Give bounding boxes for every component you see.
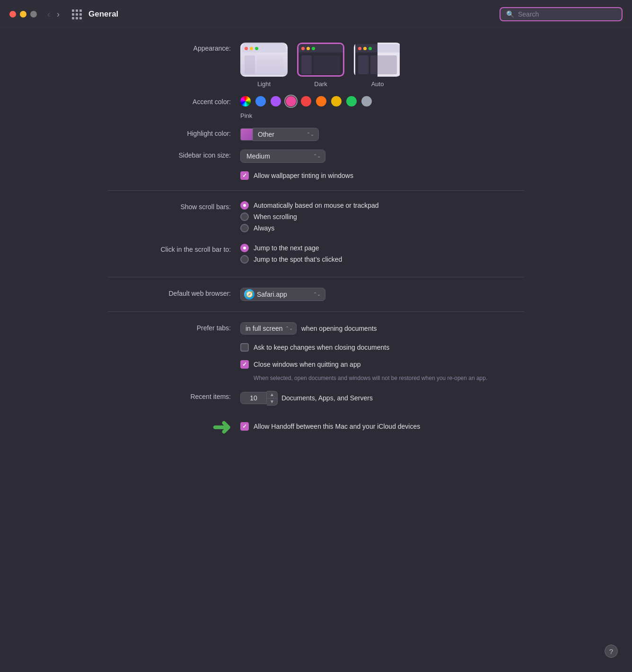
back-button[interactable]: ‹ (45, 9, 52, 20)
click-scroll-bar-row: Click in the scroll bar to: Jump to the … (108, 244, 524, 266)
appearance-light[interactable]: Light (240, 43, 288, 88)
accent-orange[interactable] (316, 96, 326, 106)
wallpaper-tinting-text: Allow wallpaper tinting in windows (254, 172, 353, 179)
ask-keep-changes-row: Ask to keep changes when closing documen… (108, 343, 524, 352)
wallpaper-tinting-row: Allow wallpaper tinting in windows (108, 171, 524, 180)
sidebar-icon-size-wrapper: Small Medium Large (240, 150, 325, 163)
ask-keep-changes-text: Ask to keep changes when closing documen… (254, 344, 389, 351)
search-box[interactable]: 🔍 (500, 7, 623, 21)
accent-pink[interactable] (286, 96, 296, 106)
grid-icon[interactable] (72, 9, 82, 19)
click-next-page-row[interactable]: Jump to the next page (240, 244, 342, 252)
titlebar: ‹ › General 🔍 (0, 0, 632, 28)
highlight-color-wrapper: Other (240, 128, 319, 141)
prefer-tabs-control: in full screen always never when opening… (240, 322, 377, 335)
scroll-scrolling-row[interactable]: When scrolling (240, 212, 379, 221)
click-scroll-bar-group: Jump to the next page Jump to the spot t… (240, 244, 342, 266)
scroll-auto-row[interactable]: Automatically based on mouse or trackpad (240, 201, 379, 210)
appearance-dark-label: Dark (314, 80, 327, 88)
appearance-dark[interactable]: Dark (297, 43, 344, 88)
scroll-always-row[interactable]: Always (240, 224, 379, 232)
close-windows-checkbox[interactable] (240, 360, 249, 369)
scroll-scrolling-label: When scrolling (254, 213, 297, 221)
accent-red[interactable] (301, 96, 311, 106)
scroll-always-label: Always (254, 224, 274, 232)
ask-keep-changes-checkbox[interactable] (240, 343, 249, 352)
minimize-button[interactable] (20, 11, 26, 18)
nav-arrows: ‹ › (45, 9, 61, 20)
recent-items-input[interactable] (240, 392, 267, 404)
appearance-dark-thumb (297, 43, 344, 77)
click-scroll-bar-label: Click in the scroll bar to: (108, 244, 240, 253)
prefer-tabs-select[interactable]: in full screen always never (240, 322, 297, 335)
highlight-color-label: Highlight color: (108, 128, 240, 137)
allow-handoff-checkbox[interactable] (240, 422, 249, 431)
ask-keep-changes-checkbox-row[interactable]: Ask to keep changes when closing documen… (240, 343, 389, 352)
highlight-color-swatch (240, 128, 253, 141)
appearance-options: Light Dark (240, 43, 401, 88)
accent-color-label: Accent color: (108, 96, 240, 106)
green-arrow-icon: ➜ (212, 416, 231, 439)
show-scroll-bars-label: Show scroll bars: (108, 201, 240, 211)
close-windows-row: Close windows when quitting an app When … (108, 360, 524, 382)
allow-handoff-checkbox-row[interactable]: Allow Handoff between this Mac and your … (240, 422, 420, 431)
recent-items-decrement[interactable]: ▼ (267, 398, 277, 405)
traffic-lights (9, 11, 37, 18)
recent-items-label: Recent items: (108, 391, 240, 400)
close-button[interactable] (9, 11, 16, 18)
scroll-always-radio[interactable] (240, 224, 249, 232)
highlight-color-select[interactable]: Other (253, 128, 319, 141)
accent-rainbow[interactable] (240, 96, 251, 106)
recent-items-suffix: Documents, Apps, and Servers (281, 394, 373, 402)
appearance-auto-label: Auto (371, 80, 384, 88)
accent-gray[interactable] (361, 96, 372, 106)
click-spot-row[interactable]: Jump to the spot that’s clicked (240, 255, 342, 264)
close-windows-checkbox-row[interactable]: Close windows when quitting an app (240, 360, 360, 369)
scroll-auto-radio[interactable] (240, 201, 249, 210)
prefer-tabs-wrapper: in full screen always never (240, 322, 297, 335)
default-browser-row: Default web browser: Safari.app 🧭 (108, 288, 524, 301)
wallpaper-tinting-checkbox-row[interactable]: Allow wallpaper tinting in windows (240, 171, 353, 180)
search-icon: 🔍 (506, 10, 514, 18)
sidebar-icon-size-row: Sidebar icon size: Small Medium Large (108, 150, 524, 163)
safari-icon: 🧭 (244, 289, 255, 300)
default-browser-wrapper: Safari.app 🧭 (240, 288, 325, 301)
search-input[interactable] (518, 10, 616, 18)
accent-green[interactable] (346, 96, 357, 106)
settings-content: Appearance: (79, 28, 553, 466)
accent-colors (240, 96, 372, 106)
default-browser-label: Default web browser: (108, 288, 240, 297)
divider-1 (108, 190, 524, 191)
appearance-light-label: Light (257, 80, 271, 88)
sidebar-icon-size-select[interactable]: Small Medium Large (240, 150, 325, 163)
appearance-auto-thumb (354, 43, 401, 77)
close-windows-text: Close windows when quitting an app (254, 361, 360, 368)
accent-blue[interactable] (255, 96, 266, 106)
show-scroll-bars-row: Show scroll bars: Automatically based on… (108, 201, 524, 235)
close-windows-subtext: When selected, open documents and window… (254, 374, 487, 382)
prefer-tabs-row: Prefer tabs: in full screen always never… (108, 322, 524, 335)
accent-yellow[interactable] (331, 96, 342, 106)
window-title: General (88, 9, 493, 19)
scroll-scrolling-radio[interactable] (240, 212, 249, 221)
appearance-label: Appearance: (108, 43, 240, 52)
accent-color-row: Accent color: Pink (108, 96, 524, 119)
allow-handoff-text: Allow Handoff between this Mac and your … (254, 423, 420, 430)
recent-items-increment[interactable]: ▲ (267, 391, 277, 398)
click-next-page-radio[interactable] (240, 244, 249, 252)
help-button[interactable]: ? (605, 645, 618, 658)
accent-purple[interactable] (271, 96, 281, 106)
forward-button[interactable]: › (55, 9, 61, 20)
scroll-auto-label: Automatically based on mouse or trackpad (254, 202, 379, 209)
show-scroll-bars-group: Automatically based on mouse or trackpad… (240, 201, 379, 235)
wallpaper-tinting-checkbox[interactable] (240, 171, 249, 180)
recent-items-stepper: ▲ ▼ (240, 391, 278, 406)
click-next-page-label: Jump to the next page (254, 244, 319, 252)
appearance-auto[interactable]: Auto (354, 43, 401, 88)
sidebar-icon-size-label: Sidebar icon size: (108, 150, 240, 159)
click-spot-radio[interactable] (240, 255, 249, 264)
appearance-control: Light Dark (240, 43, 524, 88)
recent-items-row: Recent items: ▲ ▼ Documents, Apps, and S… (108, 391, 524, 406)
allow-handoff-row: ➜ Allow Handoff between this Mac and you… (108, 414, 524, 439)
maximize-button[interactable] (30, 11, 37, 18)
